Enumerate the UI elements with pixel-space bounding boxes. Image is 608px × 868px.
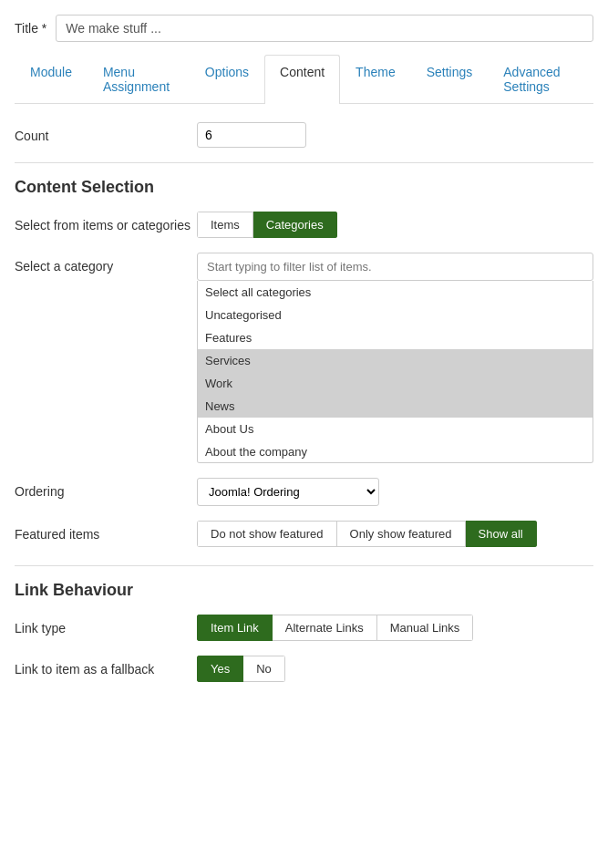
select-type-label: Select from items or categories [15,212,197,232]
btn-alternate-links[interactable]: Alternate Links [273,615,377,641]
category-item-news[interactable]: News [198,395,593,418]
category-filter-input[interactable] [197,253,593,281]
category-item-services[interactable]: Services [198,349,593,372]
link-type-label: Link type [15,615,197,636]
link-behaviour-title: Link Behaviour [15,581,593,600]
ordering-select[interactable]: Joomla! Ordering Most Recent First Oldes… [197,478,379,506]
count-input[interactable] [197,122,306,148]
btn-only-show-featured[interactable]: Only show featured [337,521,466,547]
content-selection-title: Content Selection [15,178,593,197]
fallback-label: Link to item as a fallback [15,656,197,677]
tab-module[interactable]: Module [15,55,88,103]
category-item-work[interactable]: Work [198,372,593,395]
category-item-features[interactable]: Features [198,326,593,349]
title-label: Title * [15,21,46,36]
tab-menu-assignment[interactable]: Menu Assignment [88,55,190,103]
btn-manual-links[interactable]: Manual Links [377,615,474,641]
nav-tabs: Module Menu Assignment Options Content T… [15,55,593,104]
tab-theme[interactable]: Theme [340,55,411,103]
btn-show-all[interactable]: Show all [466,521,537,547]
category-item-about-us[interactable]: About Us [198,418,593,440]
category-list: Select all categories Uncategorised Feat… [197,281,593,463]
tab-settings[interactable]: Settings [411,55,489,103]
category-item-about-company[interactable]: About the company [198,440,593,463]
section-divider-2 [15,565,593,566]
ordering-label: Ordering [15,478,197,499]
btn-fallback-no[interactable]: No [243,656,285,682]
section-divider-1 [15,162,593,163]
featured-buttons: Do not show featured Only show featured … [197,521,537,547]
tab-options[interactable]: Options [190,55,264,103]
btn-do-not-show-featured[interactable]: Do not show featured [197,521,337,547]
btn-items[interactable]: Items [197,212,253,238]
category-item-all[interactable]: Select all categories [198,281,593,304]
select-type-buttons: Items Categories [197,212,337,238]
btn-categories[interactable]: Categories [253,212,337,238]
btn-fallback-yes[interactable]: Yes [197,656,243,682]
tab-content[interactable]: Content [264,55,340,104]
category-label: Select a category [15,253,197,274]
featured-label: Featured items [15,521,197,542]
category-item-uncategorised[interactable]: Uncategorised [198,304,593,326]
link-type-buttons: Item Link Alternate Links Manual Links [197,615,473,641]
count-label: Count [15,122,197,143]
tab-advanced-settings[interactable]: Advanced Settings [488,55,593,103]
btn-item-link[interactable]: Item Link [197,615,273,641]
title-input[interactable] [56,15,593,42]
fallback-buttons: Yes No [197,656,285,682]
